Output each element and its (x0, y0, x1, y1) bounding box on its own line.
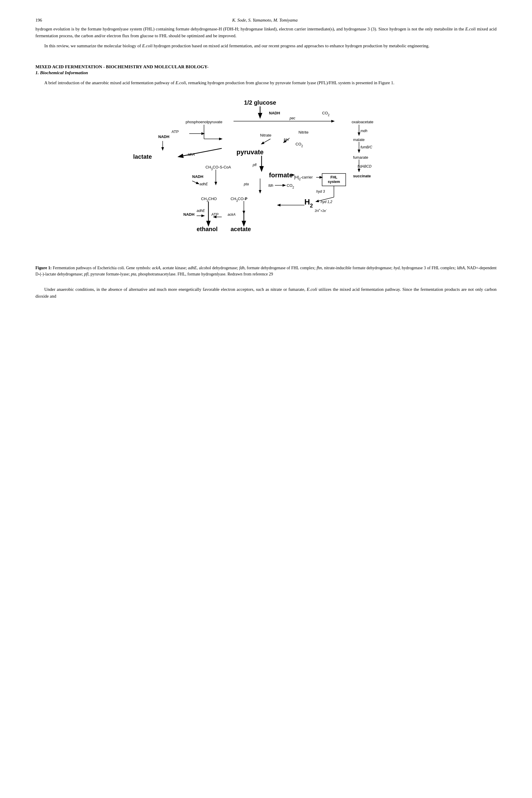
svg-text:Nitrate: Nitrate (260, 133, 271, 138)
section-heading: MIXED ACID FERMENTATION - BIOCHEMISTRY A… (35, 64, 497, 70)
svg-text:ATP: ATP (172, 129, 178, 134)
svg-text:NADH: NADH (183, 212, 194, 217)
svg-text:succinate: succinate (353, 174, 371, 178)
svg-text:ldhA: ldhA (188, 152, 195, 157)
svg-text:hyd 3: hyd 3 (316, 189, 325, 194)
page-number: 196 (35, 18, 42, 23)
paragraph-2: In this review, we summarize the molecul… (35, 42, 497, 49)
page-header: K. Sode, S. Yamamoto, M. Tomiyama (42, 18, 488, 23)
metabolic-pathway-diagram: 1/2 glucose NADH CO2 phosphoenolpyruvate… (133, 95, 399, 261)
paragraph-1: hydrogen evolution is by the formate hyd… (35, 26, 497, 40)
svg-text:[H]2-carrier: [H]2-carrier (294, 175, 313, 181)
svg-text:pyruvate: pyruvate (236, 148, 264, 156)
svg-text:2H++2e-: 2H++2e- (315, 208, 327, 213)
svg-text:NADH: NADH (158, 134, 169, 139)
svg-text:adhE: adhE (200, 182, 208, 186)
svg-text:FHL: FHL (330, 175, 337, 179)
svg-text:oxaloacetate: oxaloacetate (352, 120, 374, 124)
svg-text:lactate: lactate (133, 153, 152, 160)
svg-text:pta: pta (244, 182, 249, 186)
svg-text:CO2: CO2 (287, 183, 294, 189)
svg-text:fumarate: fumarate (353, 155, 368, 160)
svg-text:H2: H2 (304, 197, 313, 208)
svg-text:CH3CO-P: CH3CO-P (231, 197, 247, 202)
svg-text:frdABCD: frdABCD (358, 164, 372, 168)
svg-line-29 (262, 139, 270, 144)
svg-line-60 (192, 181, 199, 184)
svg-text:malate: malate (353, 138, 365, 142)
svg-text:system: system (328, 180, 340, 184)
svg-text:formate: formate (269, 171, 293, 179)
svg-text:CO2: CO2 (322, 111, 330, 117)
svg-text:CH3CHO: CH3CHO (201, 197, 217, 202)
paragraph-after-figure: Under anaerobic conditions, in the absen… (35, 286, 497, 300)
svg-text:acetate: acetate (231, 226, 251, 232)
svg-text:Nitrite: Nitrite (299, 130, 308, 134)
svg-text:phosphoenolpyruvate: phosphoenolpyruvate (186, 120, 222, 124)
svg-text:adhE: adhE (197, 208, 205, 213)
svg-text:ethanol: ethanol (197, 226, 217, 232)
section-subheading: 1. Biochemical Information (35, 70, 497, 75)
svg-text:hyd 1,2: hyd 1,2 (321, 200, 332, 204)
svg-text:pfl: pfl (252, 163, 256, 167)
svg-text:mdh: mdh (360, 129, 367, 133)
svg-text:fumB/C: fumB/C (360, 145, 372, 149)
paragraph-3: A brief introduction of the anaerobic mi… (35, 79, 497, 86)
svg-text:ackA: ackA (228, 213, 235, 217)
figure-caption: Figure 1: Fermentation pathways of Esche… (35, 265, 497, 277)
svg-text:CO2: CO2 (296, 142, 303, 148)
svg-line-24 (179, 148, 222, 157)
figure-1: 1/2 glucose NADH CO2 phosphoenolpyruvate… (35, 95, 497, 277)
svg-text:fdn: fdn (284, 138, 289, 142)
svg-text:NADH: NADH (269, 111, 280, 115)
svg-text:fdh: fdh (268, 183, 273, 188)
svg-text:1/2 glucose: 1/2 glucose (244, 99, 276, 106)
svg-text:CH3CO-S-CoA: CH3CO-S-CoA (206, 165, 231, 171)
svg-text:NADH: NADH (192, 175, 204, 179)
svg-text:ATP: ATP (211, 212, 218, 217)
svg-text:pec: pec (289, 116, 295, 120)
